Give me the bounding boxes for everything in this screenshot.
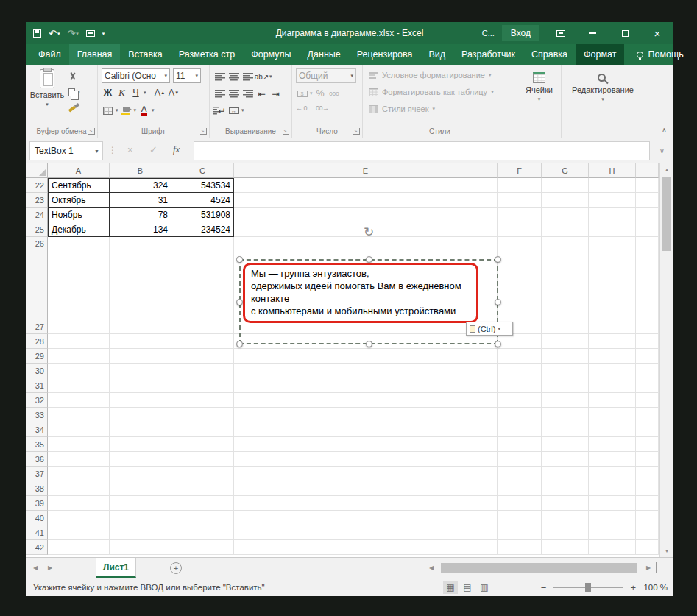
cell-spare37[interactable] — [636, 467, 659, 481]
minimize-button[interactable] — [576, 22, 609, 44]
cell-H24[interactable] — [589, 208, 636, 222]
percent-style-button[interactable]: % — [314, 87, 327, 100]
cell-B33[interactable] — [110, 408, 171, 422]
tab-review[interactable]: Рецензирова — [349, 44, 421, 65]
cell-A30[interactable] — [48, 364, 110, 378]
chevron-down-icon[interactable]: ▾ — [152, 107, 155, 113]
cell-G26[interactable] — [542, 237, 589, 319]
tab-developer[interactable]: Разработчик — [453, 44, 523, 65]
cell-G29[interactable] — [542, 349, 589, 364]
cell-C35[interactable] — [171, 437, 234, 452]
tab-help[interactable]: Справка — [523, 44, 576, 65]
rotate-handle[interactable]: ↻ — [364, 226, 374, 238]
cell-F28[interactable] — [498, 334, 542, 349]
chevron-down-icon[interactable]: ▼ — [91, 142, 102, 160]
cell-spare41[interactable] — [636, 525, 659, 540]
cell-H41[interactable] — [589, 525, 636, 540]
cell-C29[interactable] — [171, 349, 234, 364]
number-format-combo[interactable]: Общий▾ — [296, 68, 356, 83]
cell-B26[interactable] — [110, 237, 171, 319]
cell-spare29[interactable] — [636, 349, 659, 364]
column-header-E[interactable]: E — [234, 163, 498, 178]
confirm-entry-button[interactable]: ✓ — [149, 144, 158, 155]
account-name[interactable]: С... — [482, 29, 495, 38]
cell-A39[interactable] — [48, 496, 110, 511]
row-header-38[interactable]: 38 — [26, 481, 48, 496]
cell-G38[interactable] — [542, 481, 589, 496]
cell-H39[interactable] — [589, 496, 636, 511]
cell-C24[interactable]: 531908 — [171, 208, 234, 222]
cell-B39[interactable] — [110, 496, 171, 511]
cell-H36[interactable] — [589, 452, 636, 467]
cell-F34[interactable] — [498, 422, 542, 437]
cell-spare23[interactable] — [636, 193, 659, 208]
cell-A42[interactable] — [48, 540, 110, 555]
row-header-22[interactable]: 22 — [26, 178, 48, 193]
cell-A38[interactable] — [48, 481, 110, 496]
cell-E35[interactable] — [234, 437, 498, 452]
cell-F31[interactable] — [498, 378, 542, 393]
cell-E39[interactable] — [234, 496, 498, 511]
cell-H26[interactable] — [589, 237, 636, 319]
cell-B40[interactable] — [110, 511, 171, 525]
cell-A35[interactable] — [48, 437, 110, 452]
row-header-32[interactable]: 32 — [26, 393, 48, 408]
cell-E23[interactable] — [234, 193, 498, 208]
cell-F24[interactable] — [498, 208, 542, 222]
cell-spare31[interactable] — [636, 378, 659, 393]
cell-B28[interactable] — [110, 334, 171, 349]
row-header-29[interactable]: 29 — [26, 349, 48, 364]
row-header-37[interactable]: 37 — [26, 467, 48, 481]
cell-B32[interactable] — [110, 393, 171, 408]
cell-F37[interactable] — [498, 467, 542, 481]
cell-H35[interactable] — [589, 437, 636, 452]
cell-G34[interactable] — [542, 422, 589, 437]
hscroll-right-arrow[interactable]: ▶ — [646, 558, 651, 578]
cell-E40[interactable] — [234, 511, 498, 525]
cell-C30[interactable] — [171, 364, 234, 378]
cell-B23[interactable]: 31 — [110, 193, 171, 208]
select-all-corner[interactable] — [26, 163, 48, 178]
decrease-font-size-button[interactable]: А▼ — [168, 86, 180, 99]
align-right-button[interactable] — [241, 87, 254, 100]
column-header-G[interactable]: G — [542, 163, 589, 178]
number-dialog-launcher[interactable]: ↘ — [353, 128, 360, 135]
cell-spare34[interactable] — [636, 422, 659, 437]
cell-H30[interactable] — [589, 364, 636, 378]
cell-C37[interactable] — [171, 467, 234, 481]
page-layout-view-button[interactable]: ▤ — [460, 581, 475, 594]
cell-E29[interactable] — [234, 349, 498, 364]
increase-indent-button[interactable]: ⇥ — [269, 87, 282, 100]
cell-A41[interactable] — [48, 525, 110, 540]
row-header-30[interactable]: 30 — [26, 364, 48, 378]
column-header-H[interactable]: H — [589, 163, 636, 178]
next-sheet-button[interactable]: ▶ — [48, 558, 52, 578]
cell-A32[interactable] — [48, 393, 110, 408]
page-break-view-button[interactable]: ▥ — [477, 581, 492, 594]
row-header-33[interactable]: 33 — [26, 408, 48, 422]
cell-B22[interactable]: 324 — [110, 178, 171, 193]
touch-mode-button[interactable] — [86, 30, 95, 37]
cell-E34[interactable] — [234, 422, 498, 437]
cell-H42[interactable] — [589, 540, 636, 555]
cell-B27[interactable] — [110, 319, 171, 334]
vertical-scrollbar-thumb[interactable] — [662, 177, 671, 251]
font-color-button[interactable]: А — [138, 104, 150, 117]
conditional-formatting-button[interactable]: Условное форматирование▾ — [369, 71, 491, 79]
zoom-level[interactable]: 100 % — [643, 583, 668, 592]
cell-spare36[interactable] — [636, 452, 659, 467]
cell-B31[interactable] — [110, 378, 171, 393]
cell-G25[interactable] — [542, 222, 589, 237]
row-header-27[interactable]: 27 — [26, 319, 48, 334]
row-header-24[interactable]: 24 — [26, 208, 48, 222]
cell-E42[interactable] — [234, 540, 498, 555]
cell-A27[interactable] — [48, 319, 110, 334]
cell-spare30[interactable] — [636, 364, 659, 378]
borders-button[interactable] — [102, 104, 114, 117]
cell-spare35[interactable] — [636, 437, 659, 452]
cell-C22[interactable]: 543534 — [171, 178, 234, 193]
cell-E24[interactable] — [234, 208, 498, 222]
row-header-36[interactable]: 36 — [26, 452, 48, 467]
increase-decimal-button[interactable]: ←.0 — [296, 105, 307, 112]
cell-styles-button[interactable]: Стили ячеек▾ — [369, 105, 435, 113]
